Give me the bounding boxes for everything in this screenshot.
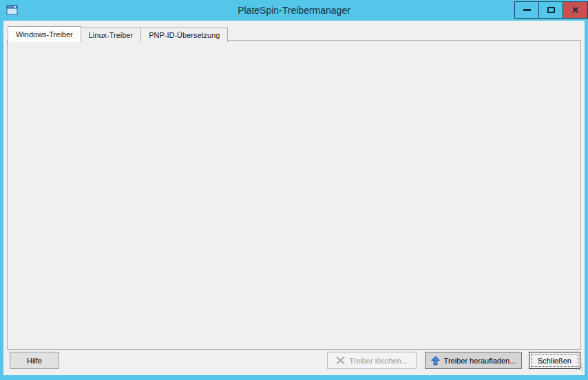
delete-x-icon <box>336 356 345 365</box>
titlebar: PlateSpin-Treibermanager ✕ <box>0 0 588 21</box>
tab-linux-treiber[interactable]: Linux-Treiber <box>81 28 141 42</box>
tab-page-windows-treiber <box>7 40 581 350</box>
delete-driver-button[interactable]: Treiber löschen... <box>327 352 417 369</box>
close-icon: ✕ <box>571 5 579 15</box>
tab-windows-treiber[interactable]: Windows-Treiber <box>8 26 81 42</box>
dialog-body: Windows-Treiber Linux-Treiber PNP-ID-Übe… <box>3 21 585 375</box>
help-button[interactable]: Hilfe <box>10 352 59 369</box>
upload-driver-button[interactable]: Treiber heraufladen... <box>425 352 522 369</box>
minimize-button[interactable] <box>514 1 539 19</box>
maximize-button[interactable] <box>538 1 563 19</box>
tab-strip: Windows-Treiber Linux-Treiber PNP-ID-Übe… <box>8 26 228 42</box>
window-title: PlateSpin-Treibermanager <box>0 0 588 21</box>
delete-driver-label: Treiber löschen... <box>349 357 408 365</box>
window: PlateSpin-Treibermanager ✕ Windows-Treib… <box>0 0 588 380</box>
resize-grip[interactable] <box>574 361 582 373</box>
close-dialog-button[interactable]: Schließen <box>529 352 580 369</box>
upload-driver-label: Treiber heraufladen... <box>444 357 516 365</box>
close-button[interactable]: ✕ <box>563 1 588 19</box>
maximize-icon <box>547 7 555 13</box>
tab-pnp-id-uebersetzung[interactable]: PNP-ID-Übersetzung <box>140 28 228 42</box>
window-controls: ✕ <box>515 1 588 19</box>
minimize-icon <box>523 9 531 11</box>
upload-arrow-icon <box>431 356 440 366</box>
